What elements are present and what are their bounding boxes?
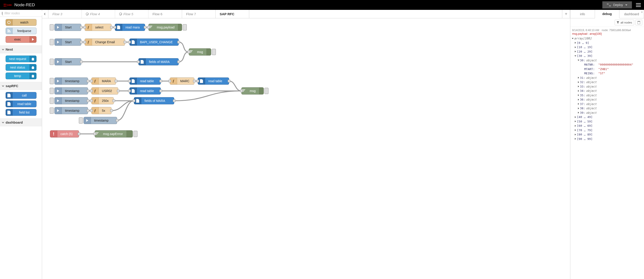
output-port[interactable] (116, 119, 118, 122)
palette-category-Nest[interactable]: Nest (0, 46, 42, 53)
palette-node-exec[interactable]: exec (6, 36, 36, 43)
output-port[interactable] (173, 100, 176, 102)
flow-node-Start[interactable]: Start (54, 58, 81, 66)
palette-node-nest-status[interactable]: nest status (6, 64, 36, 71)
output-port[interactable] (160, 90, 162, 92)
node-button[interactable] (79, 117, 83, 124)
input-port[interactable] (83, 41, 86, 44)
output-port[interactable] (112, 100, 115, 102)
input-port[interactable] (240, 90, 243, 92)
debug-filter-button[interactable]: all nodes (615, 20, 634, 25)
flow-tab-Flow-4[interactable]: Flow 4 (82, 10, 115, 18)
input-port[interactable] (94, 132, 96, 135)
flow-node-msg-payload[interactable]: msg.payload (148, 24, 182, 31)
palette-node-read-table[interactable]: read table (6, 100, 36, 107)
output-port[interactable] (110, 109, 113, 112)
input-port[interactable] (147, 26, 150, 29)
flow-node-timestamp[interactable]: timestamp (54, 78, 88, 85)
node-button[interactable] (50, 98, 54, 104)
flow-node-msg-sapErrror[interactable]: msg.sapErrror (95, 130, 133, 138)
node-button[interactable] (50, 24, 54, 30)
palette-category-sapRFC[interactable]: sapRFC (0, 82, 42, 90)
flow-node-fields-of-MARA[interactable]: fields of MARA (134, 97, 174, 104)
flow-tab-Flow-5[interactable]: Flow 5 (115, 10, 148, 18)
flow-tab-Flow-7[interactable]: Flow 7 (182, 10, 216, 18)
node-button[interactable] (50, 78, 54, 84)
flow-node-select[interactable]: ƒ select (85, 24, 112, 31)
flow-node-5x[interactable]: ƒ 5x (91, 107, 112, 114)
debug-msg-nodeid[interactable]: node: 75801d86.6838a4 (602, 29, 631, 32)
sidebar-tab-info[interactable]: info (570, 10, 595, 18)
input-port[interactable] (188, 50, 190, 53)
flow-node-fields-of-MARA[interactable]: fields of MARA (138, 58, 179, 66)
node-button[interactable] (134, 131, 138, 137)
flow-node-USR02[interactable]: ƒ USR02 (91, 87, 118, 94)
node-button[interactable] (264, 88, 268, 94)
input-port[interactable] (168, 80, 171, 82)
add-flow-tab-button[interactable]: + (562, 10, 570, 18)
flow-node-timestamp[interactable]: timestamp (54, 97, 88, 104)
node-button[interactable] (50, 59, 54, 65)
flow-node-msg[interactable]: msg (189, 48, 211, 56)
node-button[interactable] (50, 39, 54, 45)
palette-node-call[interactable]: call (6, 92, 36, 99)
output-port[interactable] (87, 80, 89, 82)
sidebar-tab-debug[interactable]: debug (595, 10, 620, 18)
hamburger-menu-button[interactable] (636, 2, 641, 8)
palette-search[interactable] (0, 10, 42, 17)
output-port[interactable] (80, 26, 83, 29)
output-port[interactable] (115, 80, 117, 82)
node-button[interactable] (212, 49, 216, 55)
flow-node-timestamp[interactable]: timestamp (84, 117, 117, 124)
flow-tab-Flow-3[interactable]: Flow 3 (48, 10, 82, 18)
node-button[interactable] (50, 88, 54, 94)
node-button[interactable] (183, 24, 187, 30)
tab-scroll-left-button[interactable] (42, 10, 48, 18)
output-port[interactable] (177, 60, 180, 63)
output-port[interactable] (124, 41, 126, 44)
sidebar-tab-dashboard[interactable]: dashboard✕ (619, 10, 644, 18)
flow-node-read-table[interactable]: read table (198, 78, 229, 85)
flow-node-BAPI-USER-CHANGE[interactable]: BAPI_USER_CHANGE (130, 38, 179, 46)
flow-node-250x[interactable]: ƒ 250x (91, 97, 114, 104)
flow-node-read-table[interactable]: read table (130, 78, 161, 85)
flow-canvas[interactable]: Start ƒ select read mara msg.payload Sta… (42, 18, 570, 279)
input-port[interactable] (83, 26, 86, 29)
flow-node-MARA[interactable]: ƒ MARA (91, 78, 116, 85)
output-port[interactable] (193, 80, 196, 82)
output-port[interactable] (78, 132, 80, 135)
flow-node-MARC[interactable]: ƒ MARC (170, 78, 194, 85)
flow-node-Change-Email[interactable]: ƒ Change Email (85, 38, 125, 46)
deploy-button[interactable]: Deploy (602, 1, 632, 8)
input-port[interactable] (137, 60, 140, 63)
node-button[interactable] (50, 108, 54, 114)
flow-node-msg[interactable]: msg (242, 87, 264, 94)
output-port[interactable] (87, 100, 89, 102)
palette-node-watch[interactable]: watch (6, 19, 36, 26)
output-port[interactable] (80, 60, 83, 63)
flow-tab-Flow-6[interactable]: Flow 6 (148, 10, 182, 18)
debug-clear-button[interactable] (636, 20, 642, 25)
input-port[interactable] (128, 41, 131, 44)
input-port[interactable] (128, 90, 131, 92)
input-port[interactable] (114, 26, 116, 29)
palette-search-input[interactable] (4, 11, 44, 15)
palette-node-nest-request[interactable]: nest request (6, 56, 36, 62)
flow-node-Start[interactable]: Start (54, 38, 81, 46)
input-port[interactable] (90, 80, 93, 82)
output-port[interactable] (110, 26, 113, 29)
debug-tree[interactable]: array[100][0 … 9][10 … 19][20 … 29][30 …… (572, 36, 643, 141)
input-port[interactable] (90, 90, 93, 92)
input-port[interactable] (90, 109, 93, 112)
output-port[interactable] (87, 90, 89, 92)
output-port[interactable] (144, 26, 146, 29)
flow-node-read-mara[interactable]: read mara (115, 24, 145, 31)
flow-node-catch-5-[interactable]: ! catch (5) (50, 130, 79, 138)
close-icon[interactable]: ✕ (641, 11, 643, 14)
input-port[interactable] (132, 100, 135, 102)
flow-tab-SAP-RFC[interactable]: SAP RFC (216, 10, 249, 18)
output-port[interactable] (80, 41, 83, 44)
output-port[interactable] (117, 90, 120, 92)
output-port[interactable] (228, 80, 230, 82)
input-port[interactable] (90, 100, 93, 102)
